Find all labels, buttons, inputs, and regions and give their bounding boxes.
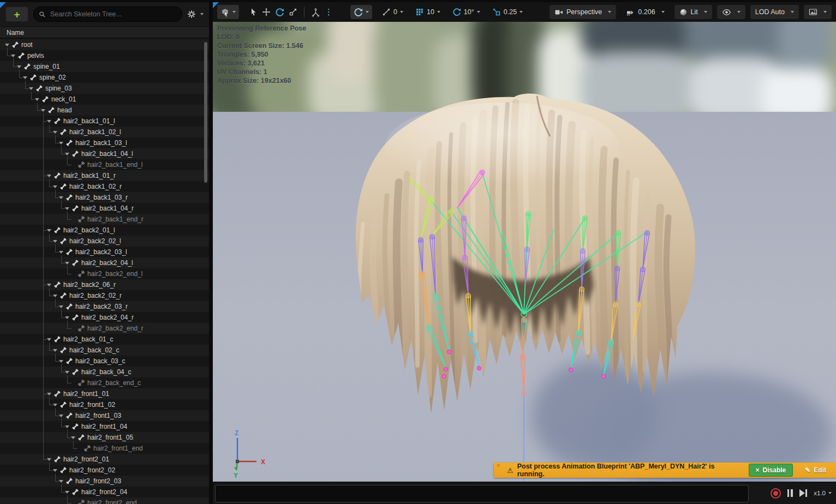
surface-snap-control[interactable]: 0	[380, 5, 405, 19]
tree-row[interactable]: root	[0, 39, 209, 50]
expander-arrow-icon[interactable]	[23, 76, 27, 79]
lod-dropdown[interactable]: LOD Auto	[750, 5, 799, 19]
tree-row[interactable]: hair2_front1_05	[0, 432, 209, 443]
end-effector-dot[interactable]	[447, 350, 451, 353]
expander-arrow-icon[interactable]	[65, 371, 69, 374]
translate-tool-button[interactable]	[260, 5, 273, 19]
expander-arrow-icon[interactable]	[71, 436, 75, 439]
step-forward-button[interactable]	[799, 489, 808, 497]
tree-row[interactable]: hair2_front2_03	[0, 476, 209, 487]
camera-speed-control[interactable]: 0.206	[621, 5, 669, 19]
select-tool-button[interactable]	[247, 5, 260, 19]
tree-row[interactable]: pelvis	[0, 50, 209, 61]
expander-arrow-icon[interactable]	[53, 404, 57, 406]
rotation-snap-control[interactable]: 10°	[450, 5, 482, 19]
tree-row[interactable]: hair2_back2_04_l	[0, 257, 209, 268]
tree-row[interactable]: hair2_back1_01_r	[0, 170, 209, 181]
tree-row[interactable]: hair2_back2_end_r	[0, 323, 209, 334]
selection-mode-dropdown[interactable]	[217, 5, 239, 19]
expander-arrow-icon[interactable]	[59, 305, 63, 308]
view-mode-dropdown[interactable]: Lit	[674, 5, 712, 19]
tree-row[interactable]: hair2_back_end_c	[0, 377, 209, 388]
tree-row[interactable]: hair2_front1_03	[0, 410, 209, 421]
expander-arrow-icon[interactable]	[65, 316, 69, 319]
end-effector-dot[interactable]	[601, 374, 605, 378]
tree-row[interactable]: hair2_back1_02_l	[0, 127, 209, 137]
disable-button[interactable]: × Disable	[749, 464, 793, 477]
end-effector-dot[interactable]	[477, 366, 481, 370]
edit-button[interactable]: ✎ Edit	[805, 466, 826, 474]
expander-arrow-icon[interactable]	[59, 360, 63, 363]
tree-row[interactable]: hair2_front1_04	[0, 421, 209, 432]
tree-row[interactable]: hair2_back1_04_r	[0, 203, 209, 214]
expander-arrow-icon[interactable]	[5, 44, 9, 46]
pause-button[interactable]	[787, 489, 793, 497]
expander-arrow-icon[interactable]	[47, 284, 51, 286]
tree-row[interactable]: hair2_back1_04_l	[0, 148, 209, 159]
expander-arrow-icon[interactable]	[53, 349, 57, 352]
end-effector-dot[interactable]	[444, 367, 447, 371]
expander-arrow-icon[interactable]	[59, 415, 63, 417]
tree-row[interactable]: hair2_back1_02_r	[0, 181, 209, 192]
expander-arrow-icon[interactable]	[65, 425, 69, 428]
expander-arrow-icon[interactable]	[29, 87, 33, 90]
tree-row[interactable]: hair2_back2_02_l	[0, 236, 209, 247]
expander-arrow-icon[interactable]	[65, 491, 69, 494]
tree-row[interactable]: hair2_back2_03_l	[0, 247, 209, 257]
expander-arrow-icon[interactable]	[17, 65, 21, 68]
tree-row[interactable]: hair2_back1_end_r	[0, 214, 209, 225]
tree-row[interactable]: hair2_back_03_c	[0, 356, 209, 367]
end-effector-dot[interactable]	[569, 368, 572, 371]
expander-arrow-icon[interactable]	[59, 142, 63, 145]
search-input[interactable]	[49, 10, 177, 19]
expander-arrow-icon[interactable]	[47, 338, 51, 341]
tree-row[interactable]: spine_02	[0, 72, 209, 83]
preview-viewport[interactable]: Z X Y Previewing Reference Pose LOD: 0 C…	[213, 0, 836, 504]
projection-dropdown[interactable]: Perspective	[550, 5, 616, 19]
tree-row[interactable]: hair2_back_04_c	[0, 367, 209, 377]
show-flags-dropdown[interactable]	[717, 5, 745, 19]
tree-row[interactable]: hair2_front2_04	[0, 487, 209, 497]
coordinate-system-button[interactable]	[309, 5, 323, 19]
tree-row[interactable]: hair2_front2_01	[0, 454, 209, 465]
expander-arrow-icon[interactable]	[53, 240, 57, 243]
notification-close-icon[interactable]: ×	[497, 463, 500, 469]
tree-row[interactable]: hair2_back2_06_r	[0, 279, 209, 290]
expander-arrow-icon[interactable]	[35, 98, 39, 101]
tree-column-header[interactable]: Name	[0, 26, 209, 38]
add-bone-button[interactable]: +	[5, 7, 28, 22]
expander-arrow-icon[interactable]	[41, 109, 45, 112]
tree-scrollbar[interactable]	[204, 42, 207, 183]
expander-arrow-icon[interactable]	[65, 207, 69, 210]
tree-row[interactable]: head	[0, 105, 209, 116]
tree-row[interactable]: hair2_back1_03_l	[0, 137, 209, 148]
tree-row[interactable]: hair2_back1_03_r	[0, 192, 209, 203]
tree-row[interactable]: hair2_front1_02	[0, 399, 209, 410]
rotate-tool-button[interactable]	[273, 5, 286, 19]
tree-row[interactable]: hair2_back2_end_l	[0, 268, 209, 279]
tree-row[interactable]: hair2_back2_02_r	[0, 290, 209, 301]
tree-row[interactable]: hair2_back2_03_r	[0, 301, 209, 312]
rotation-mode-dropdown[interactable]	[350, 5, 372, 19]
expander-arrow-icon[interactable]	[65, 153, 69, 155]
tree-row[interactable]: hair2_front1_01	[0, 388, 209, 399]
expander-arrow-icon[interactable]	[59, 196, 63, 199]
tree-row[interactable]: hair2_back2_04_r	[0, 312, 209, 323]
screenshot-dropdown[interactable]	[804, 5, 832, 19]
expander-arrow-icon[interactable]	[53, 469, 57, 472]
tree-row[interactable]: hair2_back_01_c	[0, 334, 209, 345]
tree-row[interactable]: hair2_back2_01_l	[0, 225, 209, 236]
timeline-scrubber[interactable]	[215, 485, 749, 502]
expander-arrow-icon[interactable]	[47, 458, 51, 461]
expander-arrow-icon[interactable]	[53, 295, 57, 297]
expander-arrow-icon[interactable]	[59, 480, 63, 483]
expander-arrow-icon[interactable]	[47, 393, 51, 395]
tree-options-button[interactable]	[187, 10, 204, 19]
record-button[interactable]	[771, 488, 781, 499]
scale-tool-button[interactable]	[286, 5, 300, 19]
tree-row[interactable]: spine_01	[0, 61, 209, 72]
expander-arrow-icon[interactable]	[47, 229, 51, 232]
end-effector-dot[interactable]	[442, 374, 446, 378]
expander-arrow-icon[interactable]	[59, 251, 63, 254]
tree-row[interactable]: hair2_back1_01_l	[0, 116, 209, 127]
